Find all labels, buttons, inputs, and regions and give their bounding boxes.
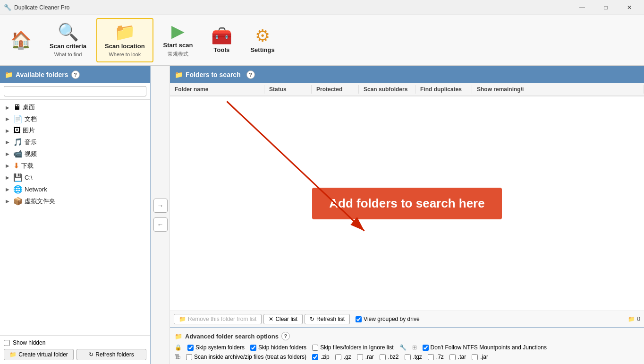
music-icon: 🎵 xyxy=(13,138,23,147)
tree-label: 图片 xyxy=(23,126,35,135)
ext-tgz: .tgz xyxy=(405,354,422,360)
maximize-button[interactable]: □ xyxy=(595,0,617,15)
minimize-button[interactable]: — xyxy=(571,0,593,15)
tree-label: 视频 xyxy=(25,150,37,158)
no-follow-checkbox[interactable] xyxy=(423,345,429,351)
tree-label: 桌面 xyxy=(23,103,35,112)
skip-ignore-list: Skip files/folders in Ignore list xyxy=(312,344,393,351)
advanced-section: 📁 Advanced folder search options ? 🔒 Ski… xyxy=(170,327,644,364)
ext-jar: .jar xyxy=(472,354,488,360)
col-folder-name: Folder name xyxy=(170,85,264,94)
show-hidden-checkbox[interactable] xyxy=(4,340,10,346)
ext-7z: .7z xyxy=(428,354,444,360)
skip-system-label: Skip system folders xyxy=(195,344,245,351)
advanced-help[interactable]: ? xyxy=(281,332,290,340)
tools-label: Tools xyxy=(214,46,230,53)
tree-item-network[interactable]: ▶ 🌐 Network xyxy=(0,183,150,195)
virtual-folder-icon: 📦 xyxy=(13,197,23,206)
ext-7z-label: .7z xyxy=(436,354,444,360)
ext-tgz-checkbox[interactable] xyxy=(405,354,411,360)
tree-label: 音乐 xyxy=(25,138,37,147)
footer-buttons: 📁 Create virtual folder ↻ Refresh folder… xyxy=(4,349,146,360)
left-panel: 📁 Available folders ? ▶ 🖥 桌面 ▶ 📄 文档 ▶ 🖼 … xyxy=(0,66,151,364)
advanced-header: 📁 Advanced folder search options ? xyxy=(175,332,639,340)
ext-rar-checkbox[interactable] xyxy=(357,354,363,360)
tree-item-music[interactable]: ▶ 🎵 音乐 xyxy=(0,136,150,148)
tree-item-desktop[interactable]: ▶ 🖥 桌面 xyxy=(0,102,150,113)
expand-icon: ▶ xyxy=(6,199,11,204)
group-by-drive-row: View grouped by drive xyxy=(356,316,420,322)
tree-item-downloads[interactable]: ▶ ⬇ 下载 xyxy=(0,160,150,172)
tree-label: 文档 xyxy=(25,115,37,123)
ignore-list-icon: 🔧 xyxy=(399,344,407,351)
show-hidden-label: Show hidden xyxy=(13,339,45,346)
ext-7z-checkbox[interactable] xyxy=(428,354,434,360)
app-icon: 🔧 xyxy=(4,4,11,11)
scan-location-button[interactable]: 📁 Scan location Where to look xyxy=(96,18,153,62)
refresh-folders-button[interactable]: ↻ Refresh folders xyxy=(76,349,146,360)
ext-bz2-label: .bz2 xyxy=(388,354,399,360)
videos-icon: 📹 xyxy=(13,149,23,158)
ext-rar-label: .rar xyxy=(365,354,374,360)
home-button[interactable]: 🏠 xyxy=(2,18,40,62)
ext-tgz-label: .tgz xyxy=(413,354,422,360)
col-status: Status xyxy=(264,85,312,94)
archive-icon: 🗜 xyxy=(175,354,180,360)
desktop-icon: 🖥 xyxy=(13,103,21,112)
skip-ignore-checkbox[interactable] xyxy=(312,345,318,351)
close-button[interactable]: ✕ xyxy=(619,0,640,15)
add-folders-hint: Add folders to search here xyxy=(312,188,501,219)
scan-criteria-label: Scan criteria xyxy=(50,43,86,50)
tree-item-videos[interactable]: ▶ 📹 视频 xyxy=(0,148,150,160)
col-find-duplicates: Find duplicates xyxy=(415,85,472,94)
scan-criteria-button[interactable]: 🔍 Scan criteria What to find xyxy=(42,18,94,62)
folders-to-search-icon: 📁 xyxy=(175,71,183,78)
advanced-icon: 📁 xyxy=(175,333,182,340)
tree-item-virtual[interactable]: ▶ 📦 虚拟文件夹 xyxy=(0,195,150,207)
expand-icon: ▶ xyxy=(6,187,11,192)
expand-icon: ▶ xyxy=(6,139,11,145)
folder-count-icon: 📁 xyxy=(628,316,635,322)
tree-item-pictures[interactable]: ▶ 🖼 图片 xyxy=(0,125,150,136)
start-scan-label: Start scan xyxy=(163,42,193,49)
remove-from-search-button[interactable]: ← xyxy=(153,217,168,232)
group-by-drive-checkbox[interactable] xyxy=(356,316,362,322)
scan-criteria-sub: What to find xyxy=(54,52,82,57)
create-virtual-icon: 📁 xyxy=(9,351,17,358)
skip-hidden-checkbox[interactable] xyxy=(250,345,256,351)
scan-location-label: Scan location xyxy=(105,43,145,50)
start-scan-button[interactable]: ▶ Start scan 常规模式 xyxy=(155,18,201,62)
tree-item-documents[interactable]: ▶ 📄 文档 xyxy=(0,113,150,125)
scan-archive-checkbox[interactable] xyxy=(186,354,192,360)
ext-gz: .gz xyxy=(335,354,351,360)
refresh-list-button[interactable]: ↻ Refresh list xyxy=(305,314,350,324)
folder-search-input[interactable] xyxy=(4,86,146,96)
ext-gz-checkbox[interactable] xyxy=(335,354,341,360)
folders-to-search-help[interactable]: ? xyxy=(246,70,255,79)
expand-icon: ▶ xyxy=(6,116,11,121)
tools-button[interactable]: 🧰 Tools xyxy=(203,18,240,62)
create-virtual-folder-button[interactable]: 📁 Create virtual folder xyxy=(4,349,74,360)
ext-zip-checkbox[interactable] xyxy=(312,354,318,360)
c-drive-icon: 💾 xyxy=(13,173,23,182)
ext-jar-checkbox[interactable] xyxy=(472,354,478,360)
clear-list-button[interactable]: ✕ Clear list xyxy=(263,314,303,324)
scan-criteria-icon: 🔍 xyxy=(58,24,79,41)
skip-system-checkbox[interactable] xyxy=(187,345,194,351)
ext-tar-checkbox[interactable] xyxy=(449,354,456,360)
lock-icon: 🔒 xyxy=(175,344,182,351)
main-layout: 📁 Available folders ? ▶ 🖥 桌面 ▶ 📄 文档 ▶ 🖼 … xyxy=(0,66,644,364)
folders-to-search-content: Add folders to search here xyxy=(170,96,644,311)
settings-button[interactable]: ⚙ Settings xyxy=(242,18,282,62)
tree-item-c-drive[interactable]: ▶ 💾 C:\ xyxy=(0,172,150,183)
no-follow-label: Don't Follow NTFS Mountpoints and Juncti… xyxy=(431,344,547,351)
ext-gz-label: .gz xyxy=(344,354,351,360)
add-to-search-button[interactable]: → xyxy=(153,199,168,213)
right-panel-footer: 📁 Remove this folder from list ✕ Clear l… xyxy=(170,311,644,327)
ext-zip: .zip xyxy=(312,354,330,360)
skip-hidden-folders: Skip hidden folders xyxy=(250,344,306,351)
available-folders-help[interactable]: ? xyxy=(71,70,80,79)
ext-bz2-checkbox[interactable] xyxy=(380,354,386,360)
remove-folder-button[interactable]: 📁 Remove this folder from list xyxy=(174,314,262,324)
advanced-row-2: 🗜 Scan inside archive/zip files (treat a… xyxy=(175,354,639,360)
